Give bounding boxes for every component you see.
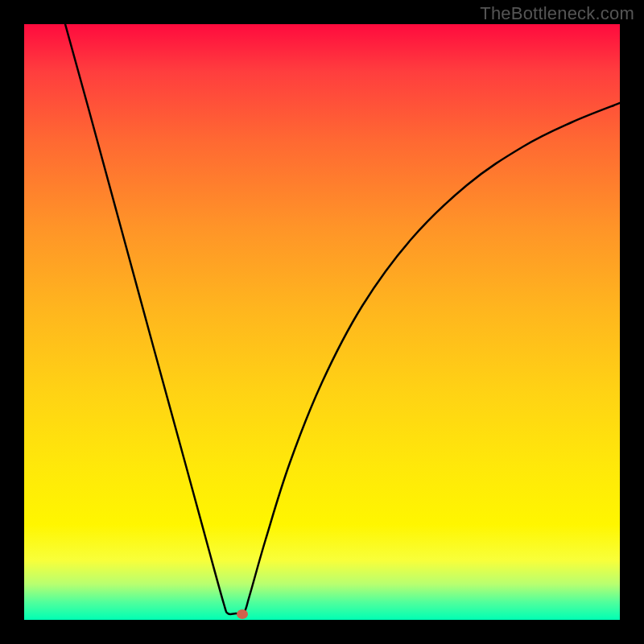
bottleneck-curve-svg xyxy=(24,24,620,620)
attribution-text: TheBottleneck.com xyxy=(480,3,634,24)
plot-area xyxy=(24,24,620,620)
valley-marker-dot xyxy=(237,609,248,619)
bottleneck-curve xyxy=(65,24,620,614)
chart-frame: TheBottleneck.com xyxy=(0,0,644,644)
